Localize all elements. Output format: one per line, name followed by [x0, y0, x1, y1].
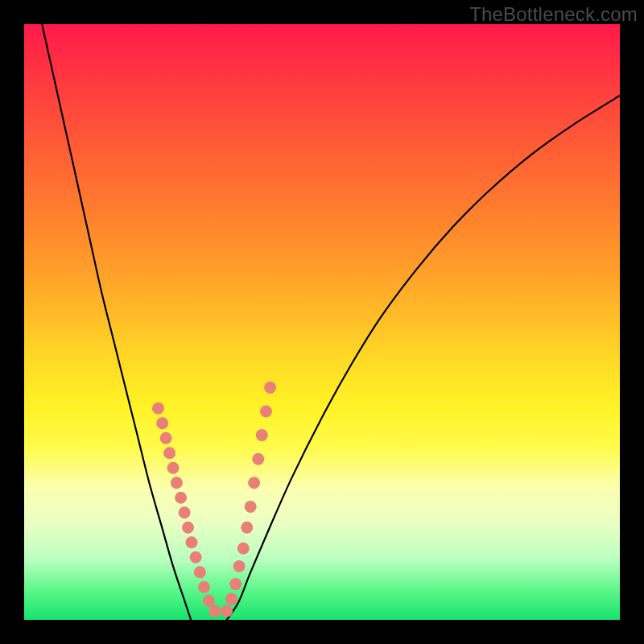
data-point-marker: [179, 506, 191, 518]
data-point-marker: [221, 605, 233, 617]
data-point-marker: [225, 593, 237, 605]
watermark-text: TheBottleneck.com: [469, 3, 638, 26]
data-point-marker: [152, 402, 164, 415]
data-point-marker: [256, 429, 268, 441]
data-point-marker: [194, 566, 206, 578]
right-curve-markers: [221, 382, 276, 617]
plot-area: [24, 24, 620, 620]
data-point-marker: [245, 501, 257, 513]
data-point-marker: [248, 477, 260, 489]
data-point-marker: [190, 551, 202, 564]
right-curve-line: [227, 96, 620, 620]
data-point-marker: [160, 432, 172, 444]
data-point-marker: [229, 578, 242, 590]
data-point-marker: [252, 453, 264, 465]
data-point-marker: [163, 447, 175, 459]
chart-frame: TheBottleneck.com: [0, 0, 644, 644]
data-point-marker: [237, 543, 250, 555]
data-point-marker: [175, 492, 187, 504]
data-point-marker: [260, 406, 272, 418]
left-curve-markers: [152, 402, 221, 617]
data-point-marker: [182, 522, 194, 534]
left-curve-line: [42, 24, 191, 620]
data-point-marker: [203, 595, 215, 607]
data-point-marker: [264, 382, 276, 394]
data-point-marker: [233, 560, 246, 572]
data-point-marker: [167, 462, 180, 474]
chart-svg: [24, 24, 620, 620]
data-point-marker: [241, 522, 253, 534]
data-point-marker: [156, 417, 168, 429]
data-point-marker: [208, 605, 221, 617]
data-point-marker: [171, 477, 183, 489]
data-point-marker: [198, 581, 210, 593]
data-point-marker: [185, 536, 197, 548]
